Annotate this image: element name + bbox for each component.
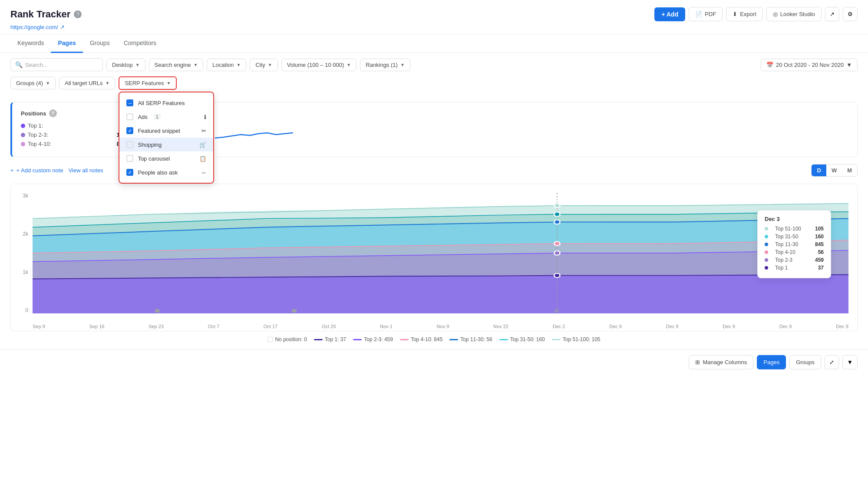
legend-line-top1130 (449, 339, 458, 340)
carousel-checkbox[interactable] (126, 155, 133, 162)
help-icon[interactable]: ? (74, 10, 82, 18)
search-icon: 🔍 (15, 61, 23, 68)
manage-columns-button[interactable]: ⊞ Manage Columns (689, 355, 753, 369)
search-filter[interactable]: 🔍 (10, 58, 103, 71)
arrows-icon: ↔ (201, 169, 206, 176)
serp-item-carousel[interactable]: Top carousel 📋 (119, 151, 213, 165)
serp-item-featured[interactable]: Featured snippet ✂ (119, 124, 213, 138)
chevron-down-icon: ▼ (846, 62, 852, 68)
pdf-button[interactable]: 📄 PDF (689, 7, 723, 21)
export-icon: ⬇ (733, 11, 737, 17)
tabs: Keywords Pages Groups Competitors (0, 34, 868, 53)
positions-help-icon[interactable]: ? (49, 109, 57, 117)
looker-button[interactable]: ◎ Looker Studio (766, 7, 822, 21)
serp-item-people[interactable]: People also ask ↔ (119, 165, 213, 179)
area-chart (33, 193, 848, 313)
date-picker[interactable]: 📅 20 Oct 2020 - 20 Nov 2020 ▼ (761, 59, 858, 71)
tooltip-dot-top4 (765, 250, 768, 254)
ads-label: Ads (138, 114, 147, 120)
chevron-down-icon: ▼ (46, 81, 50, 86)
city-filter[interactable]: City ▼ (250, 59, 277, 71)
legend-top410: Top 4-10: 845 (400, 336, 442, 342)
rankings-filter[interactable]: Rankings (1) ▼ (360, 59, 410, 71)
tooltip-row-top51: Top 51-100 105 (765, 226, 824, 232)
view-day-button[interactable]: D (812, 165, 826, 176)
tooltip-row-top2: Top 2-3 459 (765, 257, 824, 263)
tab-keywords[interactable]: Keywords (10, 34, 51, 53)
view-notes-button[interactable]: View all notes (69, 167, 103, 174)
legend-top51100: Top 51-100: 105 (552, 336, 601, 342)
tooltip-dot-top2 (765, 258, 768, 262)
bottom-bar: ⊞ Manage Columns Pages Groups ⤢ ▼ (0, 349, 868, 375)
export-button[interactable]: ⬇ Export (726, 7, 763, 21)
top1-label: Top 1: (21, 122, 43, 129)
visibility-card: Visibility ? 3.88% +17 (139, 102, 858, 157)
people-checkbox[interactable] (126, 169, 133, 176)
target-urls-filter[interactable]: All target URLs ▼ (59, 77, 115, 89)
carousel-label: Top carousel (138, 155, 170, 162)
serp-item-shopping[interactable]: Shopping 🛒 (119, 138, 213, 151)
top410-dot (21, 142, 25, 146)
serp-item-ads[interactable]: Ads 1 ℹ (119, 110, 213, 124)
tab-pages[interactable]: Pages (51, 34, 83, 53)
device-filter[interactable]: Desktop ▼ (106, 59, 145, 71)
legend-line-top3150 (499, 339, 508, 340)
people-label: People also ask (138, 169, 178, 176)
add-note-button[interactable]: + + Add custom note (10, 167, 63, 174)
groups-filter[interactable]: Groups (4) ▼ (10, 77, 56, 89)
svg-point-6 (554, 273, 560, 278)
search-engine-filter[interactable]: Search engine ▼ (149, 59, 204, 71)
all-serp-checkbox[interactable] (126, 99, 133, 106)
add-button[interactable]: + Add (654, 7, 685, 21)
chevron-down-icon: ▼ (193, 63, 198, 67)
x-axis: Sep 9 Sep 16 Sep 23 Oct 7 Oct 17 Oct 20 … (33, 324, 848, 329)
volume-filter[interactable]: Volume (100 – 10 000) ▼ (281, 59, 356, 71)
chevron-down-icon: ▼ (105, 81, 109, 86)
looker-icon: ◎ (773, 11, 778, 17)
tooltip-dot-top11 (765, 243, 768, 246)
svg-point-3 (554, 220, 560, 224)
tooltip-row-top1: Top 1 37 (765, 265, 824, 271)
positions-card: Positions ? Top 1: 1 Top 2-3: 17 (10, 102, 132, 157)
serp-item-all[interactable]: All SERP Features (119, 96, 213, 110)
tooltip-dot-top1 (765, 266, 768, 270)
shopping-label: Shopping (138, 142, 162, 148)
groups-button[interactable]: Groups (789, 355, 821, 369)
table-icon: 📋 (199, 155, 206, 162)
expand-button[interactable]: ⤢ (825, 355, 839, 369)
view-month-button[interactable]: M (842, 165, 857, 176)
search-input[interactable] (25, 62, 98, 68)
shopping-checkbox[interactable] (126, 141, 133, 148)
all-serp-label: All SERP Features (138, 100, 185, 106)
position-top23-row: Top 2-3: 17 (21, 132, 123, 138)
chevron-down-icon: ▼ (268, 63, 272, 67)
location-filter[interactable]: Location ▼ (207, 59, 246, 71)
header: Rank Tracker ? + Add 📄 PDF ⬇ Export ◎ Lo… (0, 0, 868, 34)
positions-title: Positions ? (21, 109, 123, 117)
expand-icon: ⤢ (829, 359, 834, 365)
tooltip-row-top11: Top 11-30 845 (765, 241, 824, 247)
serp-features-filter[interactable]: SERP Features ▼ (119, 76, 177, 90)
header-actions: + Add 📄 PDF ⬇ Export ◎ Looker Studio ↗ ⚙ (654, 7, 858, 21)
more-options-button[interactable]: ▼ (842, 355, 858, 369)
legend-line-top410 (400, 339, 409, 340)
legend-top3150: Top 31-50: 160 (499, 336, 545, 342)
position-top1-row: Top 1: 1 (21, 122, 123, 129)
share-button[interactable]: ↗ (825, 7, 839, 21)
legend-top1130: Top 11-30: 56 (449, 336, 492, 342)
legend-box-no-pos (267, 337, 273, 342)
chart-legend: No position: 0 Top 1: 37 Top 2-3: 459 To… (10, 336, 858, 342)
settings-button[interactable]: ⚙ (843, 7, 858, 21)
site-link[interactable]: https://google.com/ ↗ (10, 24, 858, 30)
tab-competitors[interactable]: Competitors (117, 34, 163, 53)
legend-line-top1 (314, 339, 323, 340)
legend-line-top23 (353, 339, 362, 340)
gear-icon: ⚙ (848, 11, 853, 17)
featured-checkbox[interactable] (126, 127, 133, 134)
pages-button[interactable]: Pages (757, 355, 786, 369)
tab-groups[interactable]: Groups (83, 34, 117, 53)
legend-line-top51100 (552, 339, 561, 340)
ads-checkbox[interactable] (126, 113, 133, 120)
view-week-button[interactable]: W (826, 165, 842, 176)
chevron-down-icon: ▼ (847, 359, 853, 365)
